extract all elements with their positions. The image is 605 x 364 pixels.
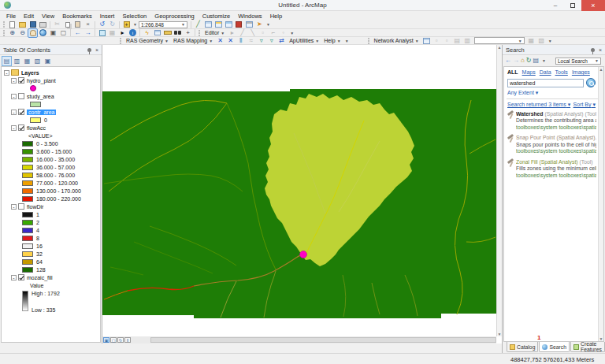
flowdir-class-swatch[interactable] (22, 236, 33, 241)
search-result-item[interactable]: Watershed (Spatial Analyst) (Tool) Deter… (504, 110, 603, 133)
scroll-up-icon[interactable]: ▲ (498, 45, 502, 50)
study-area-fill-symbol[interactable] (30, 102, 41, 107)
tab-search[interactable]: Search (539, 342, 570, 352)
list-by-visibility-icon[interactable]: ▦ (23, 57, 32, 65)
network-dataset-combo[interactable]: ▼ (474, 37, 525, 44)
zoom-in-icon[interactable]: ⊕ (8, 29, 17, 37)
flowacc-class-swatch[interactable] (22, 141, 33, 147)
go-to-xy-icon[interactable]: + (184, 29, 192, 37)
layout-view-button[interactable]: ▢ (110, 337, 117, 343)
tab-all[interactable]: ALL (507, 69, 518, 75)
data-view-button[interactable]: ▣ (103, 337, 109, 343)
layer-hydro-plant[interactable]: - hydro_plant (2, 76, 100, 84)
toolbar-overflow-icon[interactable]: ▼ (345, 39, 349, 43)
arctoolbox-icon[interactable] (235, 20, 243, 28)
expander-icon[interactable]: - (11, 78, 17, 84)
layer-label[interactable]: flowAcc (27, 125, 46, 131)
maximize-button[interactable] (564, 0, 581, 11)
pan-tool-icon[interactable] (28, 29, 37, 37)
layer-contr-area[interactable]: - contr_area (2, 108, 100, 116)
flowacc-class-swatch[interactable] (22, 196, 33, 202)
flowdir-class-swatch[interactable] (22, 251, 33, 257)
toolbar-overflow-icon[interactable]: ▼ (548, 39, 552, 43)
toolbar-overflow-icon[interactable]: ▼ (266, 22, 270, 27)
ras-geometry-menu-button[interactable]: RAS Geometry▼ (124, 38, 171, 43)
layer-mozaic-fill[interactable]: - mozaic_fill (2, 273, 100, 281)
toolbar-grip[interactable] (120, 38, 122, 44)
network-analyst-menu-button[interactable]: Network Analyst▼ (372, 38, 421, 43)
layer-label[interactable]: contr_area (27, 110, 56, 115)
go-back-extent-icon[interactable]: ← (73, 29, 82, 37)
toolbar-grip[interactable] (3, 21, 6, 28)
layers-root-label[interactable]: Layers (21, 70, 39, 76)
identify-icon[interactable]: i (128, 29, 137, 37)
result-path-link[interactable]: toolboxes\system toolboxes\spatial ... (516, 173, 596, 179)
layer-checkbox[interactable] (18, 109, 24, 115)
plot-profile-icon[interactable]: ▿ (267, 37, 276, 45)
run-search-icon[interactable] (586, 78, 596, 87)
menu-windows[interactable]: Windows (234, 13, 265, 20)
tab-create-features[interactable]: Create Features (570, 342, 605, 352)
assign-river-code-icon[interactable]: ✕ (216, 37, 225, 45)
home-icon[interactable]: ⌂ (521, 58, 525, 64)
contr-area-fill-symbol[interactable] (30, 117, 41, 123)
map-horizontal-scrollbar[interactable]: ▣ ▢ ↻ ‖ (102, 336, 496, 344)
toolbar-grip[interactable] (199, 30, 201, 36)
html-popup-icon[interactable] (153, 29, 161, 37)
list-by-source-icon[interactable]: ▥ (13, 57, 21, 65)
toolbar-overflow-icon[interactable]: ▼ (290, 31, 294, 35)
layer-label[interactable]: study_area (27, 94, 54, 99)
flowdir-class-swatch[interactable] (22, 259, 33, 265)
search-scope-dropdown[interactable]: Local Search ▼ (555, 58, 601, 65)
horizontal-scroll-thumb[interactable] (150, 337, 496, 343)
map-scale-combo[interactable]: 1:266.848▼ (139, 21, 187, 28)
assign-bank-code-icon[interactable]: ✕ (226, 37, 235, 45)
editor-menu-button[interactable]: Editor▼ (202, 30, 227, 35)
minimize-button[interactable]: – (547, 0, 564, 11)
search-scrollbar[interactable]: ▲ ▼ (598, 67, 603, 341)
close-icon[interactable]: × (95, 47, 98, 53)
toc-root-layers[interactable]: - Layers (2, 69, 100, 76)
fixed-zoom-in-icon[interactable]: ▣ (49, 29, 58, 37)
tab-catalog[interactable]: Catalog (507, 342, 538, 352)
measure-icon[interactable] (163, 29, 172, 37)
add-data-dropdown-icon[interactable]: ▼ (133, 22, 137, 27)
refresh-view-button[interactable]: ↻ (117, 337, 124, 343)
result-path-link[interactable]: toolboxes\system toolboxes\spatial ... (516, 124, 596, 131)
expander-icon[interactable]: - (11, 110, 17, 115)
index-options-dropdown-icon[interactable]: ▼ (542, 58, 546, 63)
search-back-icon[interactable]: ← (505, 58, 511, 64)
pause-drawing-button[interactable]: ‖ (124, 337, 131, 343)
expander-icon[interactable]: - (11, 275, 17, 280)
search-result-item[interactable]: Snap Pour Point (Spatial Analyst)... Sna… (504, 133, 603, 157)
redo-icon[interactable]: ↻ (108, 20, 117, 28)
hyperlink-icon[interactable]: ϟ (143, 29, 151, 37)
flowpath-icon[interactable]: ≈ (247, 37, 255, 45)
cross-section-icon[interactable]: ⫴ (236, 37, 245, 45)
add-data-icon[interactable]: + (122, 20, 131, 28)
menu-insert[interactable]: Insert (96, 13, 119, 20)
pour-point-marker[interactable] (300, 251, 307, 258)
tab-images[interactable]: Images (572, 69, 590, 75)
search-window-icon[interactable] (225, 20, 233, 28)
menu-geoprocessing[interactable]: Geoprocessing (150, 13, 198, 20)
new-document-icon[interactable] (8, 20, 17, 28)
menu-selection[interactable]: Selection (118, 13, 150, 20)
hydro-plant-point-symbol[interactable] (30, 85, 36, 91)
flowdir-class-swatch[interactable] (22, 243, 33, 249)
layer-checkbox[interactable] (18, 77, 24, 84)
pin-icon[interactable] (87, 48, 91, 52)
scroll-up-icon[interactable]: ▲ (599, 67, 603, 72)
tab-maps[interactable]: Maps (522, 69, 536, 75)
modelbuilder-icon[interactable]: ➤ (255, 20, 264, 28)
expander-icon[interactable]: - (11, 125, 17, 131)
search-forward-icon[interactable]: → (513, 58, 519, 64)
result-title-link[interactable]: Watershed (516, 111, 544, 117)
map-view[interactable]: ▲ ▼ ▣ ▢ ↻ ‖ (102, 45, 502, 344)
extent-filter-link[interactable]: Any Extent ▾ (504, 89, 541, 97)
flowdir-class-swatch[interactable] (22, 212, 33, 217)
tab-data[interactable]: Data (540, 69, 551, 75)
table-of-contents-window-icon[interactable] (204, 20, 213, 28)
menu-bookmarks[interactable]: Bookmarks (58, 13, 96, 20)
layer-checkbox[interactable] (18, 203, 24, 210)
